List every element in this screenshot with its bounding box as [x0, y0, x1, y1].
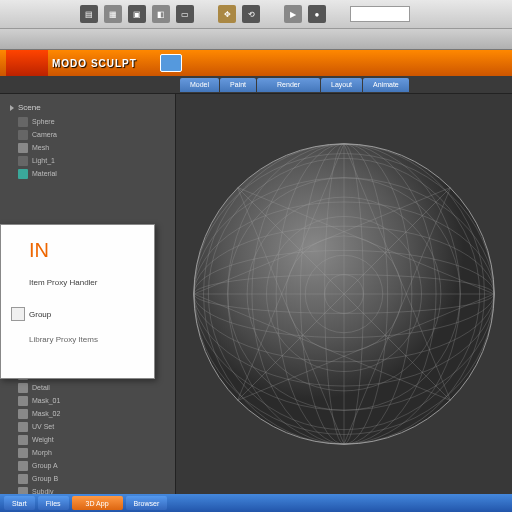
- mesh-icon: [18, 117, 28, 127]
- select-icon[interactable]: ▭: [176, 5, 194, 23]
- section-label: Scene: [18, 103, 41, 112]
- sidebar-item[interactable]: Mask_02: [4, 407, 171, 420]
- open-icon[interactable]: ▦: [104, 5, 122, 23]
- search-field[interactable]: [350, 6, 410, 22]
- move-icon[interactable]: ✥: [218, 5, 236, 23]
- file-icon: [18, 474, 28, 484]
- tab-bar: Model Paint Render Layout Animate: [0, 76, 512, 94]
- file-icon: [18, 409, 28, 419]
- tab-paint[interactable]: Paint: [220, 78, 256, 92]
- light-icon: [18, 156, 28, 166]
- tab-animate[interactable]: Animate: [363, 78, 409, 92]
- sidebar-item[interactable]: Detail: [4, 381, 171, 394]
- sidebar-item[interactable]: Weight: [4, 433, 171, 446]
- sidebar-item[interactable]: Mask_01: [4, 394, 171, 407]
- app-title: MODO SCULPT: [52, 58, 137, 69]
- dialog-logo: IN: [29, 239, 144, 262]
- cube-icon[interactable]: ◧: [152, 5, 170, 23]
- title-bar: MODO SCULPT: [0, 50, 512, 76]
- dialog-popup: IN Item Proxy Handler Group Library Prox…: [0, 224, 155, 379]
- tab-model[interactable]: Model: [180, 78, 219, 92]
- viewport-3d[interactable]: [175, 94, 512, 494]
- sidebar-item[interactable]: Morph: [4, 446, 171, 459]
- main-area: Scene Sphere Camera Mesh Light_1 Materia…: [0, 94, 512, 494]
- record-icon[interactable]: ●: [308, 5, 326, 23]
- file-icon: [18, 435, 28, 445]
- sphere-mesh: [188, 106, 500, 482]
- sidebar-item[interactable]: Camera: [4, 128, 171, 141]
- file-icon: [18, 383, 28, 393]
- task-button[interactable]: Files: [38, 496, 69, 510]
- file-icon: [18, 422, 28, 432]
- task-button[interactable]: Browser: [126, 496, 168, 510]
- title-accent: [6, 50, 48, 76]
- play-icon[interactable]: ▶: [284, 5, 302, 23]
- sidebar-item[interactable]: Material: [4, 167, 171, 180]
- toolbar-secondary: [0, 28, 512, 50]
- save-icon[interactable]: ▤: [80, 5, 98, 23]
- file-icon: [18, 487, 28, 495]
- os-taskbar: Start Files 3D App Browser: [0, 494, 512, 512]
- sidebar-item[interactable]: Mesh: [4, 141, 171, 154]
- top-toolbar: ▤ ▦ ▣ ◧ ▭ ✥ ⟲ ▶ ●: [0, 0, 512, 28]
- dialog-body-text: Library Proxy Items: [29, 335, 144, 344]
- material-icon: [18, 169, 28, 179]
- sidebar-item[interactable]: Light_1: [4, 154, 171, 167]
- dialog-checkbox-label: Group: [29, 310, 51, 319]
- sidebar-item[interactable]: Sphere: [4, 115, 171, 128]
- tab-render[interactable]: Render: [257, 78, 320, 92]
- sidebar: Scene Sphere Camera Mesh Light_1 Materia…: [0, 94, 175, 494]
- sidebar-item[interactable]: Group B: [4, 472, 171, 485]
- file-icon: [18, 461, 28, 471]
- dialog-subtitle: Item Proxy Handler: [29, 278, 144, 287]
- file-icon: [18, 143, 28, 153]
- sidebar-item[interactable]: Group A: [4, 459, 171, 472]
- start-button[interactable]: Start: [4, 496, 35, 510]
- file-icon: [18, 448, 28, 458]
- title-badge-icon[interactable]: [160, 54, 182, 72]
- sidebar-section-scene[interactable]: Scene: [4, 100, 171, 115]
- camera-icon: [18, 130, 28, 140]
- task-button-active[interactable]: 3D App: [72, 496, 123, 510]
- chevron-icon: [10, 105, 14, 111]
- sidebar-item[interactable]: Subdiv: [4, 485, 171, 494]
- dialog-checkbox[interactable]: [11, 307, 25, 321]
- rotate-icon[interactable]: ⟲: [242, 5, 260, 23]
- grid-icon[interactable]: ▣: [128, 5, 146, 23]
- file-icon: [18, 396, 28, 406]
- tab-layout[interactable]: Layout: [321, 78, 362, 92]
- sidebar-item[interactable]: UV Set: [4, 420, 171, 433]
